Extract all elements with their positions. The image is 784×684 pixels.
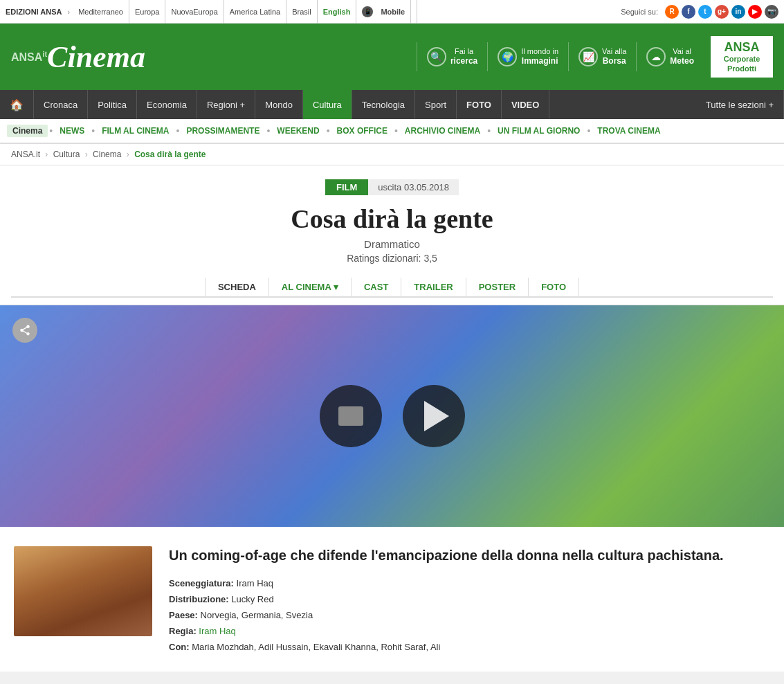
social-bar: Seguici su: R f t g+ in ▶ 📷 xyxy=(621,5,778,19)
search-icon: 🔍 xyxy=(427,47,446,66)
borsa-icon: 📈 xyxy=(578,47,598,66)
detail-con: Con: Maria Mozhdah, Adil Hussain, Ekaval… xyxy=(169,642,770,652)
tab-bar: SCHEDA AL CINEMA ▾ CAST TRAILER POSTER F… xyxy=(11,273,773,298)
rss-icon[interactable]: R xyxy=(665,5,679,19)
article-left xyxy=(14,546,152,658)
nav-video[interactable]: VIDEO xyxy=(502,90,549,119)
paese-value: Norvegia, Germania, Svezia xyxy=(201,610,313,620)
subnav-film-al-cinema[interactable]: FILM AL CINEMA xyxy=(96,126,174,136)
article-genre: Drammatico xyxy=(11,238,773,250)
main-nav: 🏠 Cronaca Politica Economia Regioni + Mo… xyxy=(0,90,784,119)
tab-al-cinema[interactable]: AL CINEMA ▾ xyxy=(269,278,352,296)
ratings-label: Ratings dizionari: xyxy=(347,253,421,264)
edition-mobile[interactable]: Mobile xyxy=(375,0,411,24)
tab-foto[interactable]: FOTO xyxy=(529,278,579,296)
distribuzione-value: Lucky Red xyxy=(231,594,273,604)
images-tool[interactable]: 🌍 Il mondo in Immagini xyxy=(487,42,568,71)
subnav-sep-1: • xyxy=(49,125,53,136)
subnav-un-film[interactable]: UN FILM AL GIORNO xyxy=(492,126,585,136)
film-badge-row: FILM uscita 03.05.2018 xyxy=(11,179,773,195)
corporate-logo: ANSA xyxy=(724,40,759,55)
edition-english[interactable]: English xyxy=(318,0,357,24)
linkedin-icon[interactable]: in xyxy=(731,5,745,19)
tab-scheda[interactable]: SCHEDA xyxy=(205,278,269,296)
nav-sport[interactable]: Sport xyxy=(415,90,457,119)
meteo-icon: ☁ xyxy=(646,47,666,66)
facebook-icon[interactable]: f xyxy=(682,5,695,19)
share-icon xyxy=(19,324,31,336)
youtube-icon[interactable]: ▶ xyxy=(748,5,762,19)
ansa-logo: ANSAit xyxy=(11,50,47,64)
subnav-news[interactable]: NEWS xyxy=(54,126,90,136)
top-bar: EDIZIONI ANSA › Mediterraneo Europa Nuov… xyxy=(0,0,784,24)
con-label: Con: xyxy=(169,642,190,652)
camera-icon[interactable]: 📷 xyxy=(765,5,778,19)
play-icon xyxy=(424,401,449,431)
play-controls xyxy=(320,385,465,447)
article-teaser: Un coming-of-age che difende l'emancipaz… xyxy=(169,546,770,564)
thumbnail-image xyxy=(14,546,152,636)
edition-europa[interactable]: Europa xyxy=(129,0,165,24)
nav-cultura[interactable]: Cultura xyxy=(303,90,352,119)
sub-nav: Cinema • NEWS • FILM AL CINEMA • PROSSIM… xyxy=(0,119,784,144)
nav-politica[interactable]: Politica xyxy=(88,90,137,119)
breadcrumb-sep-1: › xyxy=(45,150,48,159)
corporate-label: CorporateProdotti xyxy=(724,55,760,73)
nav-economia[interactable]: Economia xyxy=(137,90,197,119)
breadcrumb-cultura[interactable]: Cultura xyxy=(53,150,80,159)
subnav-box-office[interactable]: BOX OFFICE xyxy=(331,126,393,136)
prev-button[interactable] xyxy=(320,385,382,447)
article-title: Cosa dirà la gente xyxy=(11,204,773,234)
twitter-icon[interactable]: t xyxy=(698,5,712,19)
tab-trailer[interactable]: TRAILER xyxy=(401,278,466,296)
ratings-value: 3,5 xyxy=(423,253,437,264)
nav-foto[interactable]: FOTO xyxy=(457,90,502,119)
breadcrumb-ansa[interactable]: ANSA.it xyxy=(11,150,40,159)
tab-poster[interactable]: POSTER xyxy=(466,278,529,296)
film-date-badge: uscita 03.05.2018 xyxy=(368,179,459,195)
nav-home[interactable]: 🏠 xyxy=(0,90,34,119)
subnav-sep-8: • xyxy=(587,125,590,136)
article-rating: Ratings dizionari: 3,5 xyxy=(11,253,773,264)
nav-mondo[interactable]: Mondo xyxy=(255,90,303,119)
edition-brasil[interactable]: Brasil xyxy=(286,0,318,24)
nav-cronaca[interactable]: Cronaca xyxy=(34,90,88,119)
subnav-prossimamente[interactable]: PROSSIMAMENTE xyxy=(181,126,265,136)
play-button[interactable] xyxy=(403,385,465,447)
edition-americalatina[interactable]: America Latina xyxy=(224,0,286,24)
subnav-weekend[interactable]: WEEKEND xyxy=(271,126,325,136)
corporate-box[interactable]: ANSA CorporateProdotti xyxy=(711,36,773,77)
subnav-sep-3: • xyxy=(176,125,180,136)
subnav-archivio[interactable]: ARCHIVIO CINEMA xyxy=(399,126,486,136)
brand-label: EDIZIONI ANSA xyxy=(6,8,62,16)
meteo-tool[interactable]: ☁ Vai al Meteo xyxy=(636,42,704,71)
sceneggiatura-label: Sceneggiatura: xyxy=(169,578,234,588)
breadcrumb-sep-3: › xyxy=(127,150,129,159)
article-thumbnail xyxy=(14,546,152,636)
logo-area[interactable]: ANSAit Cinema xyxy=(11,39,145,75)
nav-tecnologia[interactable]: Tecnologia xyxy=(352,90,415,119)
share-button[interactable] xyxy=(12,318,37,343)
borsa-tool[interactable]: 📈 Vai alla Borsa xyxy=(568,42,636,71)
subnav-sep-5: • xyxy=(327,125,330,136)
nav-regioni[interactable]: Regioni + xyxy=(197,90,255,119)
search-tool[interactable]: 🔍 Fai la ricerca xyxy=(417,42,487,71)
header-tools: 🔍 Fai la ricerca 🌍 Il mondo in Immagini … xyxy=(417,36,773,77)
tab-cast[interactable]: CAST xyxy=(352,278,401,296)
googleplus-icon[interactable]: g+ xyxy=(715,5,729,19)
breadcrumb-cinema[interactable]: Cinema xyxy=(93,150,121,159)
breadcrumb-sep-2: › xyxy=(85,150,88,159)
edition-mediterraneo[interactable]: Mediterraneo xyxy=(73,0,129,24)
detail-paese: Paese: Norvegia, Germania, Svezia xyxy=(169,610,770,620)
distribuzione-label: Distribuzione: xyxy=(169,594,229,604)
subnav-trova[interactable]: TROVA CINEMA xyxy=(592,126,666,136)
subnav-cinema[interactable]: Cinema xyxy=(7,125,48,137)
share-overlay xyxy=(12,318,37,343)
regia-value[interactable]: Iram Haq xyxy=(199,626,235,636)
regia-label: Regia: xyxy=(169,626,197,636)
edition-nuovaeuropa[interactable]: NuovaEuropa xyxy=(165,0,224,24)
section-logo: Cinema xyxy=(47,39,145,75)
images-icon: 🌍 xyxy=(498,47,517,66)
detail-distribuzione: Distribuzione: Lucky Red xyxy=(169,594,770,604)
nav-all-sections[interactable]: Tutte le sezioni + xyxy=(696,90,784,119)
